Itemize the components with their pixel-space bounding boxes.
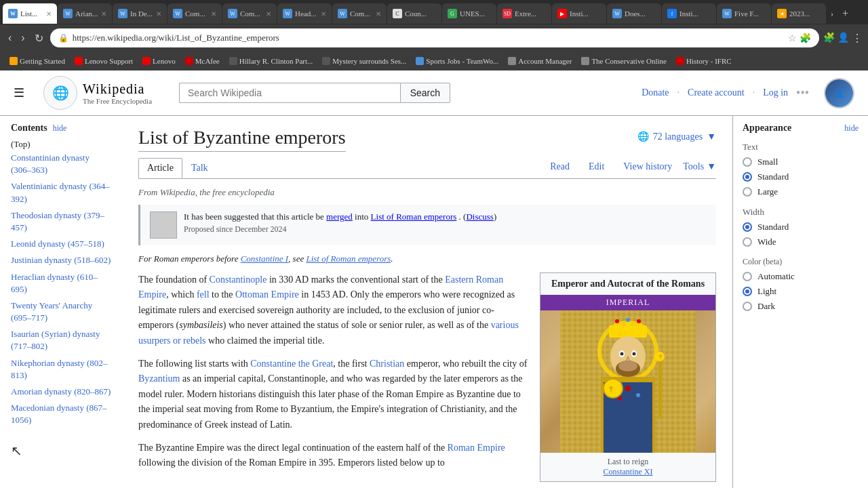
toc-item-7[interactable]: Isaurian (Syrian) dynasty (717–802) [11,326,111,354]
toc-item-3[interactable]: Leonid dynasty (457–518) [11,236,111,252]
tab-close-icon[interactable]: ✕ [156,10,161,18]
tab-12[interactable]: f Insti... [662,3,716,24]
constantinople-link[interactable]: Constantinople [210,274,267,285]
bookmark-sports[interactable]: Sports Jobs - TeamWo... [412,56,502,66]
tab-11[interactable]: W Does... [607,3,661,24]
fell-link[interactable]: fell [197,289,210,300]
text-large-option[interactable]: Large [743,186,859,197]
bookmark-clinton[interactable]: Hillary R. Clinton Part... [225,56,317,66]
svg-rect-5 [609,325,647,338]
tab-9[interactable]: SD Extre... [497,3,551,24]
appearance-hide-button[interactable]: hide [844,123,859,134]
merged-link[interactable]: merged [326,211,353,222]
bookmark-conservative[interactable]: The Conservative Online [577,56,671,66]
byzantium-link[interactable]: Byzantium [138,373,180,384]
tab-view-history[interactable]: View history [615,157,680,176]
active-tab[interactable]: W List... ✕ [3,3,57,24]
address-bar[interactable]: 🔒 https://en.wikipedia.org/wiki/List_of_… [50,28,819,47]
infobox-caption-link[interactable]: Constantine XI [604,467,653,476]
tab-10[interactable]: ▶ Insti... [552,3,606,24]
tab-4[interactable]: W Com... ✕ [222,3,277,24]
languages-button[interactable]: 🌐 72 languages ▼ [637,131,716,142]
bookmark-mystery[interactable]: Mystery surrounds Ses... [318,56,410,66]
search-input[interactable] [179,83,400,103]
more-options-icon[interactable]: ⋮ [852,32,863,45]
text-standard-option[interactable]: Standard [743,171,859,182]
bookmark-label: Lenovo [153,57,176,65]
color-auto-option[interactable]: Automatic [743,271,859,282]
bookmark-lenovo-support[interactable]: Lenovo Support [71,56,137,66]
constantine-great-link[interactable]: Constantine the Great [250,359,333,369]
tab-article[interactable]: Article [138,158,182,178]
bookmark-history[interactable]: History - IFRC [672,56,736,66]
reload-button[interactable]: ↻ [32,29,46,47]
toc-item-1[interactable]: Valentinianic dynasty (364–392) [11,178,111,207]
width-wide-option[interactable]: Wide [743,237,859,247]
tab-close-icon[interactable]: ✕ [266,10,271,18]
discuss-link[interactable]: Discuss [466,211,493,222]
eastern-roman-empire-link[interactable]: Eastern Roman Empire [138,274,503,300]
bookmark-getting-started[interactable]: Getting Started [5,56,69,66]
tab-close-icon[interactable]: ✕ [46,10,52,18]
toc-item-0[interactable]: Constantinian dynasty (306–363) [11,150,111,178]
toc-item-5[interactable]: Heraclian dynasty (610–695) [11,269,111,298]
user-profile-icon[interactable]: 👤 [837,32,849,45]
new-tab-button[interactable]: + [838,7,852,20]
create-account-link[interactable]: Create account [688,87,745,98]
tab-talk[interactable]: Talk [182,158,217,178]
avatar-image: 👤 [825,79,853,107]
notice-icon [150,211,177,239]
italic-note: For Roman emperors before Constantine I,… [138,253,716,264]
bookmark-mcafee[interactable]: McAfee [181,56,224,66]
tab-read[interactable]: Read [542,157,578,176]
search-button[interactable]: Search [400,83,450,103]
tab-close-icon[interactable]: ✕ [211,10,216,18]
tools-dropdown[interactable]: Tools ▼ [683,161,716,172]
bookmark-star-icon[interactable]: ☆ [788,33,797,44]
tab-2[interactable]: W In De... ✕ [113,3,167,24]
tab-8[interactable]: G UNES... [442,3,496,24]
text-small-option[interactable]: Small [743,157,859,167]
svg-point-31 [636,393,640,397]
toc-item-8[interactable]: Nikephorian dynasty (802–813) [11,355,111,384]
toc-item-2[interactable]: Theodosian dynasty (379–457) [11,207,111,236]
width-standard-option[interactable]: Standard [743,222,859,232]
toc-item-6[interactable]: Twenty Years' Anarchy (695–717) [11,298,111,326]
bookmark-lenovo[interactable]: Lenovo [138,56,180,66]
toc-hide-button[interactable]: hide [53,123,67,134]
donate-link[interactable]: Donate [642,87,669,98]
tab-14[interactable]: ★ 2023... [772,3,826,24]
extension-puzzle-icon[interactable]: 🧩 [800,33,811,44]
christian-link[interactable]: Christian [370,359,404,369]
log-in-link[interactable]: Log in [763,87,788,98]
tab-close-icon[interactable]: ✕ [376,10,381,18]
content-area: The foundation of Constantinople in 330 … [138,272,716,482]
color-light-option[interactable]: Light [743,286,859,297]
toc-item-9[interactable]: Amorian dynasty (820–867) [11,384,111,400]
color-dark-option[interactable]: Dark [743,301,859,312]
roman-emperors-link2[interactable]: List of Roman emperors [306,253,391,264]
tab-edit[interactable]: Edit [580,157,612,176]
roman-empire-link[interactable]: Roman Empire [448,443,505,453]
infobox-caption: Last to reign Constantine XI [540,453,715,481]
tab-13[interactable]: W Five F... [717,3,771,24]
tab-3[interactable]: W Com... ✕ [167,3,222,24]
tab-7[interactable]: C Coun... [387,3,441,24]
extensions-icon[interactable]: 🧩 [823,32,835,45]
ottoman-empire-link[interactable]: Ottoman Empire [235,289,299,300]
back-button[interactable]: ‹ [5,29,14,47]
tab-close-icon[interactable]: ✕ [321,10,326,18]
tab-1[interactable]: W Arian... ✕ [58,3,112,24]
toc-item-10[interactable]: Macedonian dynasty (867–1056) [11,400,111,428]
roman-emperors-link[interactable]: List of Roman emperors [371,211,457,222]
more-options-dots[interactable]: ••• [796,86,809,100]
toc-item-4[interactable]: Justinian dynasty (518–602) [11,252,111,268]
more-tabs-icon[interactable]: › [827,9,837,19]
tab-6[interactable]: W Com... ✕ [332,3,387,24]
menu-hamburger-icon[interactable]: ☰ [14,85,24,100]
bookmark-account[interactable]: Account Manager [504,56,576,66]
tab-5[interactable]: W Head... ✕ [277,3,332,24]
forward-button[interactable]: › [18,29,27,47]
tab-close-icon[interactable]: ✕ [101,10,106,18]
constantine-link[interactable]: Constantine I [241,253,288,264]
